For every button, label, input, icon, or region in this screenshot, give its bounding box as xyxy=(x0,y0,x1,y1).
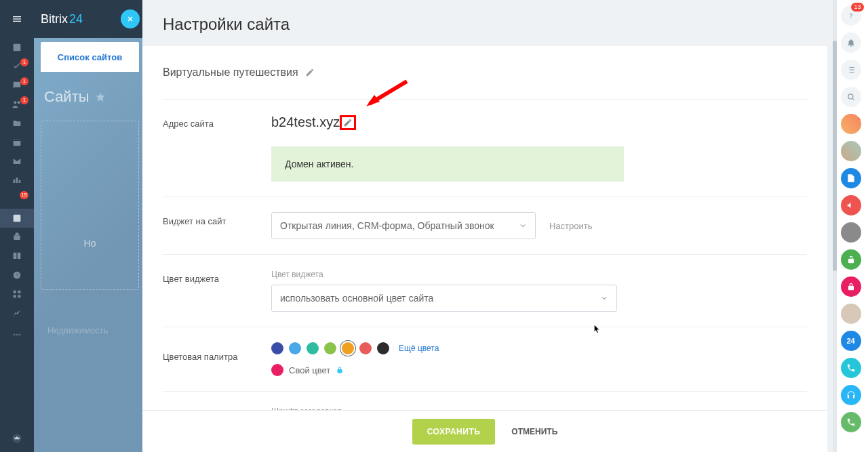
phone-call-icon[interactable] xyxy=(841,412,861,432)
svg-rect-12 xyxy=(14,235,20,240)
more-colors-link[interactable]: Ещё цвета xyxy=(399,344,439,353)
search-icon[interactable] xyxy=(841,87,861,107)
palette-row: Ещё цвета xyxy=(271,342,807,354)
address-label: Адрес сайта xyxy=(163,115,271,182)
chevron-down-icon xyxy=(600,294,608,302)
bell-icon[interactable] xyxy=(841,33,861,53)
svg-rect-8 xyxy=(14,180,16,183)
lock-icon[interactable] xyxy=(841,276,861,297)
color-swatch[interactable] xyxy=(324,342,336,354)
avatar[interactable] xyxy=(841,114,861,134)
hamburger-icon[interactable] xyxy=(0,0,34,38)
rail-apps-icon[interactable] xyxy=(0,285,34,304)
svg-rect-11 xyxy=(14,215,21,222)
color-swatch[interactable] xyxy=(342,342,354,354)
star-icon[interactable] xyxy=(95,91,106,102)
widget-label: Виджет на сайт xyxy=(163,212,271,239)
rail-settings-icon[interactable]: 15 xyxy=(0,190,34,209)
site-name-row: Виртуальные путешествия xyxy=(163,66,807,79)
color-swatch[interactable] xyxy=(307,342,319,354)
svg-point-5 xyxy=(18,101,20,104)
site-card-placeholder[interactable]: Но xyxy=(41,121,139,290)
modal-footer: СОХРАНИТЬ ОТМЕНИТЬ xyxy=(142,410,827,452)
svg-text:?: ? xyxy=(849,13,852,19)
rail-bi-icon[interactable] xyxy=(0,304,34,323)
cancel-button[interactable]: ОТМЕНИТЬ xyxy=(511,427,557,436)
svg-point-23 xyxy=(848,94,852,99)
svg-rect-7 xyxy=(14,139,21,141)
chevron-down-icon xyxy=(519,222,527,230)
rail-crown-icon[interactable] xyxy=(0,425,34,452)
widget-color-label: Цвет виджета xyxy=(163,270,271,312)
widget-color-select[interactable]: использовать основной цвет сайта xyxy=(271,285,617,312)
svg-rect-0 xyxy=(13,16,21,17)
lock-icon xyxy=(336,366,344,374)
svg-rect-15 xyxy=(18,291,20,293)
color-swatch[interactable] xyxy=(289,342,301,354)
svg-rect-9 xyxy=(16,178,18,183)
domain-status-banner: Домен активен. xyxy=(271,146,624,182)
widget-color-sublabel: Цвет виджета xyxy=(271,270,807,279)
phone-icon[interactable] xyxy=(841,358,861,378)
list-icon[interactable] xyxy=(841,60,861,80)
svg-point-19 xyxy=(16,334,18,336)
custom-color-label: Свой цвет xyxy=(289,365,330,375)
settings-modal: Настройки сайта Виртуальные путешествия … xyxy=(142,0,827,452)
scrollbar-thumb[interactable] xyxy=(833,41,837,271)
avatar[interactable] xyxy=(841,222,861,243)
rail-feed-icon[interactable] xyxy=(0,38,34,57)
modal-title: Настройки сайта xyxy=(142,0,827,46)
svg-rect-2 xyxy=(13,21,21,22)
rail-more-icon[interactable] xyxy=(0,323,34,342)
widget-select[interactable]: Открытая линия, CRM-форма, Обратный звон… xyxy=(271,212,536,239)
pencil-icon[interactable] xyxy=(305,68,315,77)
rail-tasks-icon[interactable]: 1 xyxy=(0,57,34,76)
rail-sites-icon[interactable] xyxy=(0,209,34,228)
color-swatch[interactable] xyxy=(359,342,372,354)
help-button[interactable]: ? 13 xyxy=(841,5,861,26)
site-card-label: Недвижимость xyxy=(47,325,108,335)
headset-icon[interactable] xyxy=(841,385,861,405)
rail-knowledge-icon[interactable] xyxy=(0,247,34,266)
svg-rect-16 xyxy=(14,295,16,297)
rail-crm-icon[interactable] xyxy=(0,171,34,190)
rail-market-icon[interactable] xyxy=(0,228,34,247)
site-address: b24test.xyz xyxy=(271,115,356,130)
color-swatch[interactable] xyxy=(271,342,283,354)
svg-rect-17 xyxy=(18,295,20,297)
close-panel-button[interactable] xyxy=(121,9,140,28)
svg-rect-3 xyxy=(14,44,21,52)
doc-icon[interactable] xyxy=(841,168,861,188)
left-rail: 1 1 1 15 xyxy=(0,0,34,452)
rail-groups-icon[interactable]: 1 xyxy=(0,95,34,114)
svg-rect-1 xyxy=(13,18,21,19)
lock-open-icon[interactable] xyxy=(841,249,861,270)
rail-drive-icon[interactable] xyxy=(0,114,34,133)
b24-badge[interactable]: 24 xyxy=(841,331,861,351)
configure-widget-link[interactable]: Настроить xyxy=(549,221,593,231)
rail-mail-icon[interactable] xyxy=(0,152,34,171)
avatar[interactable] xyxy=(841,304,861,324)
svg-point-4 xyxy=(14,101,16,104)
svg-rect-10 xyxy=(19,180,21,183)
rail-calendar-icon[interactable] xyxy=(0,133,34,152)
svg-rect-14 xyxy=(14,291,16,293)
sites-heading: Сайты xyxy=(44,88,106,106)
megaphone-icon[interactable] xyxy=(841,195,861,215)
save-button[interactable]: СОХРАНИТЬ xyxy=(412,419,496,445)
tab-sites-list[interactable]: Список сайтов xyxy=(41,42,139,72)
rail-chat-icon[interactable]: 1 xyxy=(0,76,34,95)
edit-address-highlight xyxy=(340,115,356,130)
avatar[interactable] xyxy=(841,141,861,161)
modal-body: Виртуальные путешествия Адрес сайта b24t… xyxy=(142,46,827,411)
site-name: Виртуальные путешествия xyxy=(163,66,298,79)
color-swatch[interactable] xyxy=(377,342,389,354)
palette-label: Цветовая палитра xyxy=(163,342,271,376)
right-rail: ? 13 24 xyxy=(833,0,868,452)
svg-point-20 xyxy=(19,334,21,336)
custom-color-swatch[interactable] xyxy=(271,364,283,376)
pencil-icon[interactable] xyxy=(343,118,353,127)
rail-time-icon[interactable] xyxy=(0,266,34,285)
svg-point-18 xyxy=(14,334,16,336)
